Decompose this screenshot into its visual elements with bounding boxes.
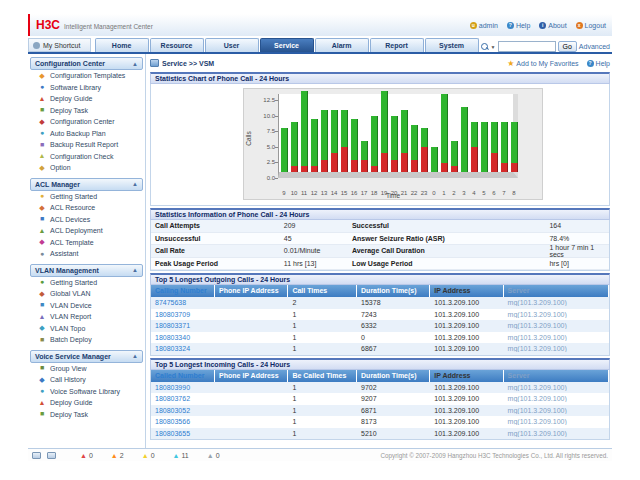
user-links: uadmin?HelpiAboutxLogout [470, 22, 606, 29]
user-link-admin[interactable]: uadmin [470, 22, 498, 29]
sidebar-item-option[interactable]: ◆Option [30, 162, 143, 174]
column-header-called-number[interactable]: Called Number [151, 370, 215, 382]
number-link[interactable]: 180803762 [151, 395, 215, 402]
server-link[interactable]: mg(101.3.209.100) [504, 418, 609, 425]
statusbar-icon-1[interactable] [32, 452, 41, 459]
column-header-call-times[interactable]: Call Times [288, 285, 357, 297]
alarm-major[interactable]: ▲2 [111, 452, 124, 459]
collapse-icon[interactable]: ▲ [132, 267, 138, 273]
tab-report[interactable]: Report [370, 38, 424, 52]
server-link[interactable]: mg(101.3.209.100) [504, 407, 609, 414]
search-scope-dropdown-icon[interactable]: ▼ [491, 44, 496, 50]
alarm-info[interactable]: ▲0 [207, 452, 220, 459]
sidebar-section-header-voice-service-manager[interactable]: Voice Service Manager▲ [30, 350, 143, 363]
sidebar-item-call-history[interactable]: ◆Call History [30, 374, 143, 386]
sidebar-item-deploy-task[interactable]: ■Deploy Task [30, 105, 143, 117]
number-link[interactable]: 180803052 [151, 407, 215, 414]
search-icon[interactable] [480, 42, 489, 51]
server-link[interactable]: mg(101.3.209.100) [504, 322, 609, 329]
server-link[interactable]: mg(101.3.209.100) [504, 384, 609, 391]
sidebar-item-group-view[interactable]: ■Group View [30, 363, 143, 375]
sidebar-item-configuration-check[interactable]: ▲Configuration Check [30, 151, 143, 163]
sidebar-item-deploy-guide[interactable]: ▲Deploy Guide [30, 93, 143, 105]
sidebar-item-getting-started[interactable]: ●Getting Started [30, 191, 143, 203]
number-link[interactable]: 180803566 [151, 418, 215, 425]
server-link[interactable]: mg(101.3.209.100) [504, 311, 609, 318]
sidebar-item-acl-deployment[interactable]: ▲ACL Deployment [30, 225, 143, 237]
alarm-warning[interactable]: ▲11 [173, 452, 189, 459]
sidebar-item-voice-software-library[interactable]: ●Voice Software Library [30, 386, 143, 398]
number-link[interactable]: 180803340 [151, 334, 215, 341]
server-link[interactable]: mg(101.3.209.100) [504, 395, 609, 402]
sidebar-item-configuration-center[interactable]: ◆Configuration Center [30, 116, 143, 128]
user-link-about[interactable]: iAbout [539, 22, 566, 29]
column-header-ip-address[interactable]: IP Address [430, 370, 503, 382]
add-to-favorites-link[interactable]: ★ Add to My Favorites [507, 59, 578, 68]
sidebar-section-header-configuration-center[interactable]: Configuration Center▲ [30, 57, 143, 70]
user-link-logout[interactable]: xLogout [576, 22, 606, 29]
advanced-search-link[interactable]: Advanced [579, 43, 610, 50]
tab-system[interactable]: System [425, 38, 479, 52]
sidebar-item-label: Software Library [50, 84, 101, 91]
number-link[interactable]: 180803709 [151, 311, 215, 318]
search-go-button[interactable]: Go [558, 41, 577, 52]
column-header-phone-ip-address[interactable]: Phone IP Address [215, 285, 288, 297]
page-help-link[interactable]: ? Help [587, 60, 610, 67]
sidebar-item-acl-resource[interactable]: ◆ACL Resource [30, 202, 143, 214]
sidebar-item-batch-deploy[interactable]: ■Batch Deploy [30, 334, 143, 346]
sidebar-item-global-vlan[interactable]: ◆Global VLAN [30, 288, 143, 300]
status-bar: ▲0▲2▲0▲11▲0 Copyright © 2007-2009 Hangzh… [28, 448, 612, 461]
alarm-minor[interactable]: ▲0 [142, 452, 155, 459]
server-link[interactable]: mg(101.3.209.100) [504, 430, 609, 437]
logout-icon: x [576, 22, 583, 29]
column-header-phone-ip-address[interactable]: Phone IP Address [215, 370, 288, 382]
number-link[interactable]: 180803324 [151, 345, 215, 352]
sidebar-item-acl-template[interactable]: ◆ACL Template [30, 237, 143, 249]
sidebar-item-getting-started[interactable]: ●Getting Started [30, 277, 143, 289]
tab-user[interactable]: User [205, 38, 259, 52]
stats-row: Unsuccessful45Answer Seizure Ratio (ASR)… [151, 233, 609, 246]
column-header-server[interactable]: Server [504, 285, 609, 297]
number-link[interactable]: 87475638 [151, 299, 215, 306]
collapse-icon[interactable]: ▲ [132, 61, 138, 67]
column-header-duration-time-s[interactable]: Duration Time(s) [357, 370, 430, 382]
number-link[interactable]: 180803371 [151, 322, 215, 329]
tab-resource[interactable]: Resource [150, 38, 204, 52]
server-link[interactable]: mg(101.3.209.100) [504, 334, 609, 341]
collapse-icon[interactable]: ▲ [132, 353, 138, 359]
sidebar-section-header-vlan-management[interactable]: VLAN Management▲ [30, 264, 143, 277]
server-link[interactable]: mg(101.3.209.100) [504, 345, 609, 352]
search-input[interactable] [498, 41, 556, 52]
alarm-critical[interactable]: ▲0 [80, 452, 93, 459]
tab-service[interactable]: Service [260, 38, 314, 52]
column-header-be-called-times[interactable]: Be Called Times [288, 370, 357, 382]
column-header-calling-number[interactable]: Calling Number [151, 285, 215, 297]
number-link[interactable]: 180803990 [151, 384, 215, 391]
column-header-server[interactable]: Server [504, 370, 609, 382]
column-header-duration-time-s[interactable]: Duration Time(s) [357, 285, 430, 297]
user-link-help[interactable]: ?Help [507, 22, 530, 29]
sidebar-item-deploy-guide[interactable]: ▲Deploy Guide [30, 397, 143, 409]
collapse-icon[interactable]: ▲ [132, 181, 138, 187]
number-link[interactable]: 180803655 [151, 430, 215, 437]
sidebar-item-configuration-templates[interactable]: ◆Configuration Templates [30, 70, 143, 82]
sidebar-item-acl-devices[interactable]: ■ACL Devices [30, 214, 143, 226]
tab-home[interactable]: Home [95, 38, 149, 52]
sidebar-item-vlan-device[interactable]: ■VLAN Device [30, 300, 143, 312]
column-header-ip-address[interactable]: IP Address [430, 285, 503, 297]
sidebar-item-vlan-report[interactable]: ▲VLAN Report [30, 311, 143, 323]
my-shortcut-button[interactable]: My Shortcut [28, 38, 91, 52]
sidebar-section-header-acl-manager[interactable]: ACL Manager▲ [30, 178, 143, 191]
sidebar-item-backup-result-report[interactable]: ■Backup Result Report [30, 139, 143, 151]
stat-value: 78.4% [549, 235, 609, 242]
sidebar-item-auto-backup-plan[interactable]: ●Auto Backup Plan [30, 128, 143, 140]
sidebar-item-assistant[interactable]: ●Assistant [30, 248, 143, 260]
stat-value: 209 [284, 222, 348, 229]
statusbar-icon-2[interactable] [47, 452, 56, 459]
sidebar-item-vlan-topo[interactable]: ◆VLAN Topo [30, 323, 143, 335]
sidebar-section-configuration-center: Configuration Center▲◆Configuration Temp… [30, 57, 143, 174]
sidebar-item-software-library[interactable]: ●Software Library [30, 82, 143, 94]
sidebar-item-deploy-task[interactable]: ■Deploy Task [30, 409, 143, 421]
tab-alarm[interactable]: Alarm [315, 38, 369, 52]
server-link[interactable]: mg(101.3.209.100) [504, 299, 609, 306]
